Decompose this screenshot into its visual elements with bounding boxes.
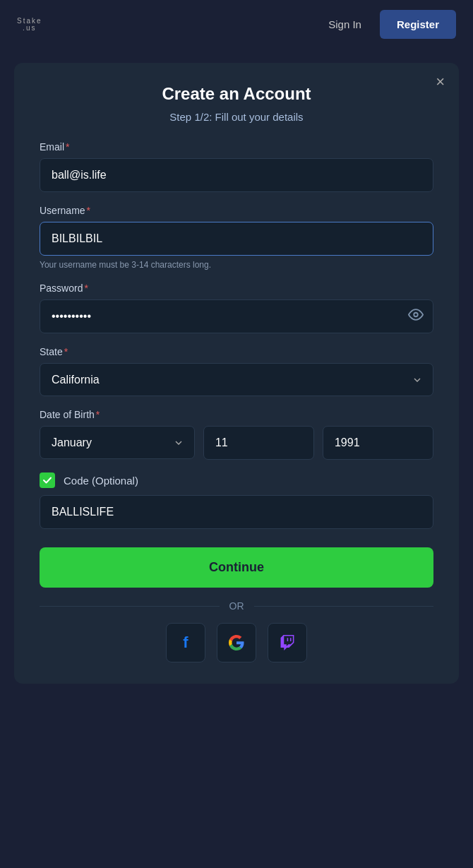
modal-wrapper: × Create an Account Step 1/2: Fill out y… [0, 49, 473, 712]
dob-day-wrapper [203, 426, 314, 460]
email-field[interactable] [40, 158, 433, 192]
code-checkbox[interactable] [40, 472, 55, 488]
dob-year-field[interactable] [323, 426, 433, 460]
dob-group: Date of Birth* JanuaryFebruaryMarchApril… [40, 409, 433, 460]
dob-month-wrapper: JanuaryFebruaryMarchAprilMayJuneJulyAugu… [40, 426, 195, 460]
email-label: Email* [40, 141, 433, 153]
username-label: Username* [40, 205, 433, 216]
nav-buttons: Sign In Register [317, 10, 456, 39]
logo-text: Stake [17, 18, 42, 25]
code-checkbox-row: Code (Optional) [40, 472, 433, 488]
facebook-icon: f [183, 634, 188, 652]
close-button[interactable]: × [436, 74, 445, 90]
or-divider: OR [40, 600, 433, 612]
or-line-right [254, 606, 434, 607]
google-icon [229, 635, 244, 650]
username-hint: Your username must be 3-14 characters lo… [40, 260, 433, 270]
logo: Stake .us [17, 18, 42, 32]
dob-label: Date of Birth* [40, 409, 433, 420]
code-group: Code (Optional) [40, 472, 433, 529]
modal-subtitle: Step 1/2: Fill out your details [40, 111, 433, 123]
continue-button[interactable]: Continue [40, 547, 433, 588]
create-account-modal: × Create an Account Step 1/2: Fill out y… [14, 63, 459, 684]
password-wrapper [40, 299, 433, 333]
email-group: Email* [40, 141, 433, 192]
dob-row: JanuaryFebruaryMarchAprilMayJuneJulyAugu… [40, 426, 433, 460]
password-group: Password* [40, 283, 433, 333]
modal-title: Create an Account [40, 84, 433, 104]
toggle-password-icon[interactable] [408, 307, 424, 326]
code-field[interactable] [40, 495, 433, 529]
twitch-login-button[interactable] [268, 623, 307, 662]
signin-button[interactable]: Sign In [317, 11, 373, 37]
state-group: State* AlabamaAlaskaArizonaArkansasCalif… [40, 346, 433, 396]
username-group: Username* Your username must be 3-14 cha… [40, 205, 433, 270]
twitch-icon [280, 635, 295, 650]
google-login-button[interactable] [217, 623, 256, 662]
logo-sub: .us [17, 25, 42, 32]
username-field[interactable] [40, 222, 433, 256]
svg-point-0 [414, 313, 418, 317]
header: Stake .us Sign In Register [0, 0, 473, 49]
or-line-left [40, 606, 220, 607]
register-button[interactable]: Register [380, 10, 456, 39]
facebook-login-button[interactable]: f [166, 623, 205, 662]
password-label: Password* [40, 283, 433, 294]
password-field[interactable] [40, 299, 433, 333]
dob-month-select[interactable]: JanuaryFebruaryMarchAprilMayJuneJulyAugu… [40, 426, 195, 459]
code-label: Code (Optional) [64, 475, 138, 487]
state-select[interactable]: AlabamaAlaskaArizonaArkansasCaliforniaCo… [40, 363, 433, 396]
or-text: OR [229, 600, 244, 612]
dob-day-field[interactable] [203, 426, 314, 460]
checkmark-icon [42, 475, 52, 485]
dob-year-wrapper [323, 426, 433, 460]
state-label: State* [40, 346, 433, 357]
social-buttons: f [40, 623, 433, 662]
